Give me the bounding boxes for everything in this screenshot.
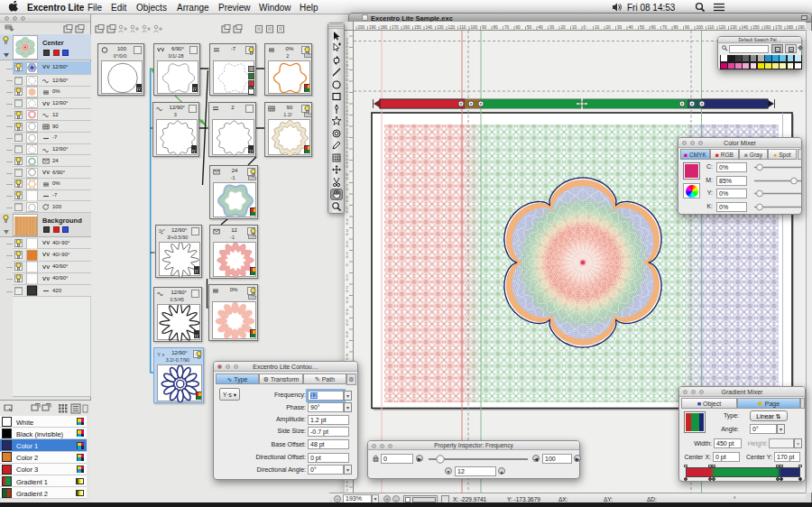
svg-text:110: 110 <box>459 25 466 30</box>
svg-text:190: 190 <box>369 25 376 30</box>
svg-text:160: 160 <box>403 25 411 30</box>
svg-text:200: 200 <box>358 25 365 30</box>
svg-text:140: 140 <box>426 25 433 30</box>
svg-text:Y·s: Y·s <box>157 352 164 357</box>
svg-text:100: 100 <box>471 25 478 30</box>
svg-text:150: 150 <box>414 25 421 30</box>
svg-text:120: 120 <box>448 25 456 30</box>
svg-text:140: 140 <box>742 25 749 30</box>
svg-text:170: 170 <box>392 25 399 30</box>
svg-text:170: 170 <box>775 25 782 30</box>
svg-text:130: 130 <box>730 25 737 30</box>
svg-text:160: 160 <box>764 25 771 30</box>
svg-text:120: 120 <box>719 25 726 30</box>
svg-text:180: 180 <box>381 25 388 30</box>
svg-text:180: 180 <box>787 25 794 30</box>
svg-text:100: 100 <box>697 25 704 30</box>
svg-text:130: 130 <box>437 25 444 30</box>
svg-text:110: 110 <box>707 25 715 30</box>
svg-text:150: 150 <box>752 25 760 30</box>
svg-text:190: 190 <box>798 25 805 30</box>
